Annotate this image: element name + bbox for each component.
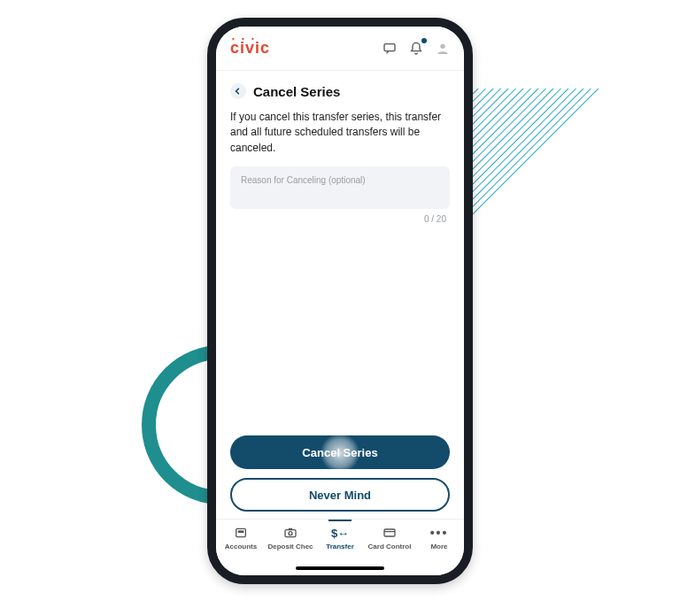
tab-bar: Accounts Deposit Chec $↔ Transfer Card C… [216,519,464,575]
phone-frame: • • • civic Cancel Series [207,18,473,584]
notification-badge [421,38,427,43]
page-title: Cancel Series [253,84,340,99]
bell-icon[interactable] [407,40,425,58]
description-text: If you cancel this transfer series, this… [216,104,464,166]
tab-label: Transfer [326,543,354,551]
top-icons [381,40,452,58]
page-header: Cancel Series [216,71,464,104]
svg-rect-5 [238,531,243,532]
camera-icon [282,525,299,541]
button-group: Cancel Series Never Mind [216,435,464,519]
transfer-icon: $↔ [331,525,349,541]
more-icon: ••• [430,525,448,541]
screen: • • • civic Cancel Series [216,27,464,575]
brand-logo: • • • civic [230,39,270,58]
secondary-button-label: Never Mind [309,489,371,502]
char-counter: 0 / 20 [216,209,464,224]
tab-transfer[interactable]: $↔ Transfer [316,525,364,551]
back-button[interactable] [230,83,246,99]
tab-label: Deposit Chec [267,543,313,551]
top-bar: • • • civic [216,27,464,71]
accounts-icon [232,525,250,541]
svg-rect-6 [285,530,296,537]
reason-placeholder: Reason for Canceling (optional) [241,175,366,185]
tab-card-controls[interactable]: Card Control [366,525,413,551]
tab-label: Card Control [368,543,412,551]
tab-label: More [430,543,447,551]
card-icon [381,525,398,541]
home-indicator [296,566,384,570]
cancel-series-button[interactable]: Cancel Series [230,435,450,469]
tab-label: Accounts [225,543,257,551]
svg-rect-2 [384,43,395,50]
reason-input[interactable]: Reason for Canceling (optional) [230,166,450,209]
primary-button-label: Cancel Series [302,446,377,459]
messages-icon[interactable] [381,40,398,58]
tab-deposit-check[interactable]: Deposit Chec [267,525,314,551]
never-mind-button[interactable]: Never Mind [230,478,450,512]
profile-icon[interactable] [434,40,452,58]
tab-accounts[interactable]: Accounts [217,525,265,551]
svg-rect-8 [384,529,395,536]
tab-more[interactable]: ••• More [415,525,463,551]
svg-point-3 [440,43,444,48]
svg-point-7 [289,532,292,535]
